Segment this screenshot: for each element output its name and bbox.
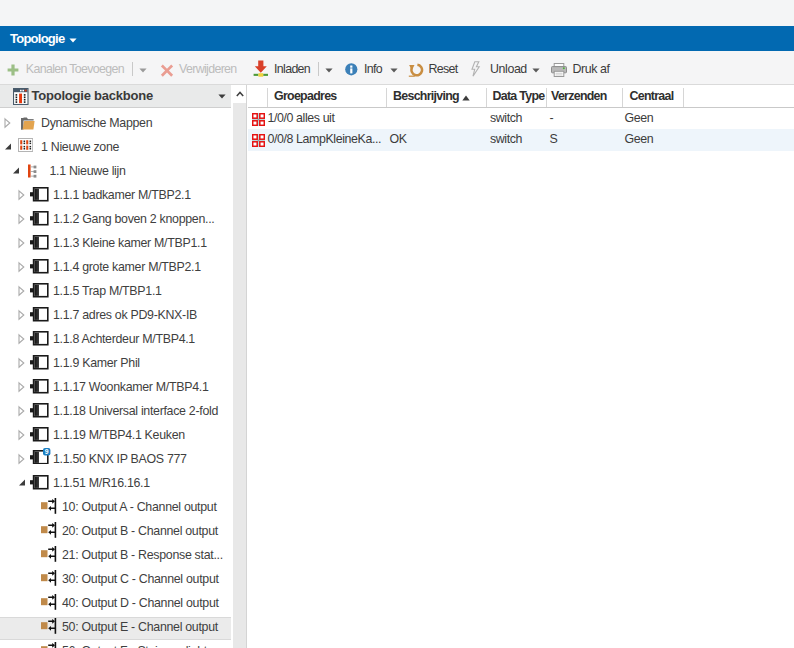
svg-text:9: 9 [45,448,49,455]
